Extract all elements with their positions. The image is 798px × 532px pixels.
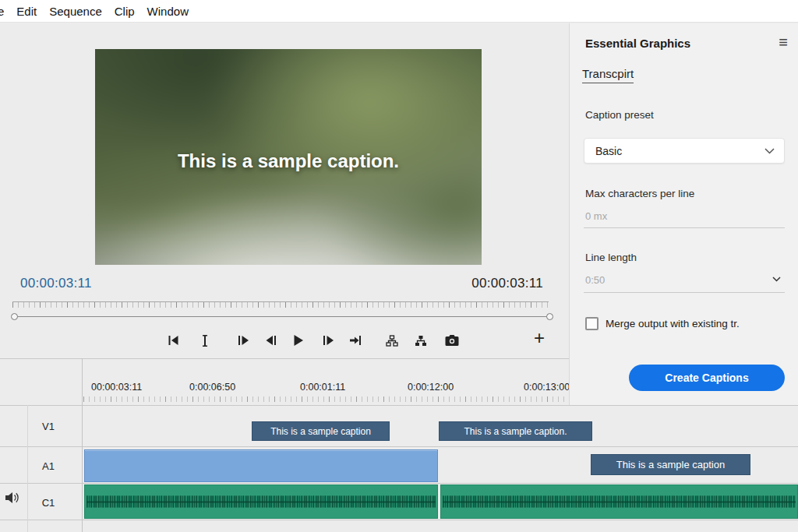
lift-button[interactable] [383,330,401,351]
menu-item-file-partial[interactable]: e [0,5,4,18]
line-length-label: Line length [585,252,637,263]
line-length-input[interactable]: 0:50 [585,274,605,286]
camera-icon [445,335,459,346]
app-window: e Edit Sequence Clip Window This is a sa… [0,0,798,532]
merge-output-label: Merge output with existing tr. [606,318,740,329]
step-forward-button[interactable] [319,330,337,351]
play-button[interactable] [289,330,308,351]
chevron-down-small-icon [772,277,781,282]
line-length-underline [584,292,785,293]
skip-to-end-button[interactable] [346,330,365,351]
audio-clip-a1[interactable] [84,449,438,482]
waveform-clip-c1-1[interactable] [84,484,438,519]
caption-clip-a1[interactable]: This is a sample caption [591,454,750,475]
row-divider [0,446,798,447]
extract-button[interactable] [411,330,430,351]
caption-clip-v1-1[interactable]: This is a sample caption [252,421,390,441]
skip-to-start-button[interactable] [164,330,182,351]
skip-to-start-icon [168,335,179,346]
play-icon [293,334,304,347]
caption-preset-dropdown[interactable]: Basic [584,138,785,164]
audio-waveform [87,496,436,508]
caption-preset-label: Caption preset [585,109,654,121]
menu-item-window[interactable]: Window [147,5,189,18]
max-chars-underline [584,227,785,228]
audio-waveform [443,496,796,508]
ruler-label-4: 0:00:12:00 [408,382,454,393]
row-divider [0,520,798,520]
menu-item-edit[interactable]: Edit [16,5,37,18]
caption-preset-value: Basic [595,145,764,157]
step-back-button[interactable] [261,330,280,351]
monitor-zoom-scrollbar[interactable] [11,313,553,321]
tab-transcript[interactable]: Transcpirt [582,67,634,83]
current-timecode[interactable]: 00:00:03:11 [20,276,92,291]
menu-item-clip[interactable]: Clip [115,5,135,18]
mute-track-button[interactable] [5,491,19,504]
timeline-ruler[interactable] [83,396,569,402]
monitor-time-ruler[interactable] [12,301,549,308]
caption-clip-v1-2[interactable]: This is a sample caption. [439,421,592,441]
duration-timecode: 00:00:03:11 [468,276,543,291]
menubar: e Edit Sequence Clip Window [0,0,798,23]
ruler-label-2: 0:00:06:50 [189,382,235,393]
play-in-to-out-button[interactable] [234,330,252,351]
step-back-icon [265,335,277,346]
track-header-v1[interactable]: V1 [33,421,64,432]
video-preview: This is a sample caption. [95,49,482,265]
scrollbar-left-handle[interactable] [11,313,18,320]
scrollbar-right-handle[interactable] [546,313,553,320]
speaker-icon [5,491,19,504]
max-chars-input[interactable]: 0 mx [585,210,607,222]
timeline-top-divider [0,358,569,359]
line-length-dropdown-button[interactable] [772,277,781,282]
waveform-clip-c1-2[interactable] [440,484,798,519]
ruler-label-3: 0:00:01:11 [300,382,345,393]
panel-menu-button[interactable]: ≡ [779,33,788,51]
play-from-in-icon [238,335,249,346]
max-chars-label: Max characters per line [585,188,694,199]
chevron-down-icon [764,148,775,154]
marker-icon [202,335,208,347]
ruler-label-1: 00:00:03:11 [91,382,142,393]
caption-overlay: This is a sample caption. [178,150,399,172]
skip-to-end-icon [349,335,362,346]
track-header-a1[interactable]: A1 [33,460,64,472]
export-frame-button[interactable] [443,330,461,351]
row-divider [0,405,798,406]
essential-graphics-panel: Essential Graphics ≡ Transcpirt Caption … [569,23,798,405]
step-forward-icon [323,335,334,346]
ruler-label-5: 0:00:13:00 [524,382,570,393]
merge-output-checkbox[interactable] [585,317,598,330]
row-divider [0,483,798,484]
track-header-c1[interactable]: C1 [33,497,64,509]
scrollbar-track [14,316,550,317]
create-captions-button[interactable]: Create Captions [629,365,785,391]
sitemap-outline-icon [386,335,398,347]
add-button[interactable]: + [529,327,549,349]
sitemap-filled-icon [415,335,427,347]
menu-item-sequence[interactable]: Sequence [49,5,102,18]
add-marker-button[interactable] [196,330,214,351]
track-header-inner-divider [27,405,28,532]
track-header-divider [82,358,83,532]
panel-title: Essential Graphics [585,37,690,50]
